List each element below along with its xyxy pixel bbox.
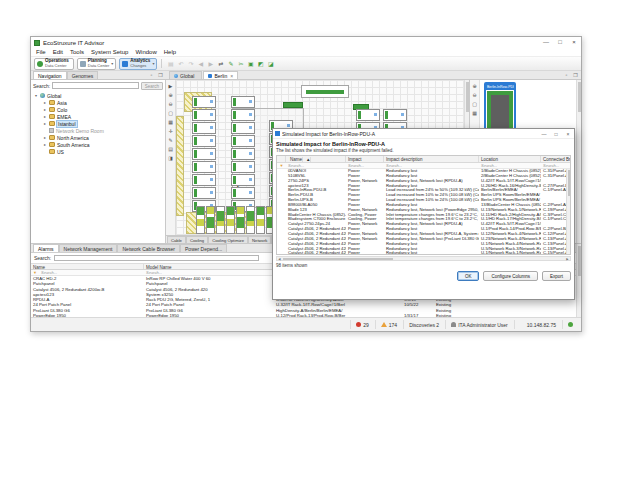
editor-tab[interactable]: Global — [169, 71, 202, 79]
rack[interactable] — [206, 206, 215, 234]
rack[interactable] — [192, 174, 216, 186]
scrollbar-thumb[interactable] — [283, 258, 393, 260]
split-view-icon[interactable]: ◨ — [167, 154, 175, 162]
filter-funnel-icon[interactable]: ▼ — [31, 270, 39, 275]
logged-in-user[interactable]: ITA Administrator User — [445, 320, 508, 329]
scroll-left-icon[interactable]: ◀ — [277, 257, 282, 260]
rack[interactable] — [196, 206, 205, 234]
configure-columns-button[interactable]: Configure Columns — [483, 271, 538, 281]
search-button[interactable]: Search — [141, 82, 163, 90]
rack[interactable] — [231, 174, 255, 186]
tree-item[interactable]: ▸ South America — [31, 141, 165, 148]
grid-icon[interactable]: ▦ — [471, 109, 479, 117]
ok-button[interactable]: OK — [457, 271, 480, 281]
save-icon[interactable]: ▤ — [166, 59, 175, 69]
edit-icon[interactable]: ✎ — [226, 59, 235, 69]
column-header-name[interactable]: Name▲ — [286, 156, 346, 162]
filter-input[interactable]: Search... — [541, 163, 570, 168]
rack[interactable] — [356, 109, 380, 121]
tree-expander-icon[interactable]: ▸ — [42, 114, 48, 119]
rack[interactable] — [192, 148, 216, 160]
rack[interactable] — [192, 135, 216, 147]
back-icon[interactable]: ◀ — [196, 59, 205, 69]
left-panel-tab[interactable]: Genomes — [67, 71, 99, 79]
rack[interactable] — [231, 122, 255, 134]
tree-expander-icon[interactable]: ▸ — [42, 107, 48, 112]
rack[interactable] — [383, 109, 407, 121]
add-device-icon[interactable]: ◩ — [256, 59, 265, 69]
filter-input[interactable]: Search... — [384, 163, 479, 168]
column-header-breaker[interactable]: Connected Breaker — [541, 156, 570, 162]
bottom-panel-tab[interactable]: Network Management — [59, 244, 118, 252]
rack[interactable] — [226, 206, 235, 234]
mode-button[interactable]: OperationsData Center — [34, 58, 74, 70]
warning-alarms-badge[interactable]: 174 — [375, 320, 397, 329]
rack[interactable] — [236, 206, 245, 234]
copy-icon[interactable]: ▣ — [246, 59, 255, 69]
connection-status-dot[interactable] — [562, 320, 575, 329]
zoom-in-icon[interactable]: ⊕ — [471, 82, 479, 90]
tree-item[interactable]: ▸ North America — [31, 134, 165, 141]
rack[interactable] — [231, 187, 255, 199]
menu-item[interactable]: Window — [135, 49, 156, 55]
cut-icon[interactable]: ✂ — [236, 59, 245, 69]
minimize-button[interactable]: — — [539, 37, 553, 48]
rack[interactable] — [192, 161, 216, 173]
dialog-maximize-button[interactable]: □ — [550, 129, 562, 139]
rack[interactable] — [216, 206, 225, 234]
tree-item[interactable]: Network Demo Room — [31, 127, 165, 134]
layers-icon[interactable]: ▤ — [167, 145, 175, 153]
maximize-button[interactable]: □ — [553, 37, 567, 48]
menu-item[interactable]: Help — [164, 49, 176, 55]
zoom-out-icon[interactable]: ⊖ — [167, 100, 175, 108]
impact-table-horizontal-scrollbar[interactable]: ◀ ▶ — [276, 256, 571, 261]
bottom-search-input[interactable] — [54, 255, 259, 261]
redo-icon[interactable]: ↷ — [186, 59, 195, 69]
tree-item[interactable]: ▸ Istanbul — [31, 120, 165, 127]
minimize-pane-icon[interactable]: ▫ — [148, 72, 155, 79]
grid-icon[interactable]: ▦ — [167, 118, 175, 126]
bottom-panel-tab[interactable]: Alarms — [33, 244, 59, 252]
rack[interactable] — [231, 161, 255, 173]
tree-item[interactable]: ▸ Asia — [31, 99, 165, 106]
rack[interactable] — [231, 148, 255, 160]
dialog-close-button[interactable]: × — [562, 129, 574, 139]
tree-expander-icon[interactable]: ▸ — [42, 121, 48, 126]
filter-input[interactable]: Search... — [479, 163, 541, 168]
column-header-impact[interactable]: Impact — [346, 156, 384, 162]
close-button[interactable]: × — [567, 37, 581, 48]
rack[interactable] — [231, 96, 255, 108]
rack[interactable] — [256, 206, 265, 234]
filter-input[interactable]: Search... — [144, 270, 274, 275]
tab-close-icon[interactable]: × — [230, 72, 233, 80]
filter-funnel-icon[interactable]: ▼ — [277, 163, 286, 168]
restore-editor-icon[interactable]: ❐ — [572, 72, 579, 79]
tree-expander-icon[interactable]: ▾ — [33, 93, 39, 98]
filter-input[interactable]: Search... — [39, 270, 144, 275]
menu-item[interactable]: File — [36, 49, 46, 55]
editor-tab[interactable]: Berlin × — [203, 71, 238, 79]
undo-icon[interactable]: ↶ — [176, 59, 185, 69]
scroll-right-icon[interactable]: ▶ — [565, 257, 570, 260]
menu-item[interactable]: Tools — [70, 49, 84, 55]
chevron-down-icon[interactable]: ▾ — [111, 61, 113, 66]
rack[interactable] — [192, 187, 216, 199]
layer-tab[interactable]: Cooling Optimize — [208, 236, 248, 243]
tree-expander-icon[interactable]: ▸ — [42, 135, 48, 140]
select-tool-icon[interactable]: ▶ — [167, 82, 175, 90]
column-header-location[interactable]: Location — [479, 156, 541, 162]
table-row[interactable]: Catalyst 4506, 2 Redundant 4200w-B Power… — [277, 251, 570, 255]
filter-input[interactable]: Search... — [286, 163, 346, 168]
bottom-panel-scrollbar[interactable] — [576, 244, 581, 317]
menu-item[interactable]: System Setup — [91, 49, 128, 55]
rack[interactable] — [231, 109, 255, 121]
rack[interactable] — [192, 96, 216, 108]
zoom-out-icon[interactable]: ⊖ — [471, 91, 479, 99]
column-header-model[interactable]: Model Name — [144, 264, 274, 269]
pan-tool-icon[interactable]: ✛ — [167, 127, 175, 135]
server-address[interactable]: 10.148.82.75 — [514, 320, 556, 329]
bottom-panel-tab[interactable]: Network Cable Browser — [117, 244, 180, 252]
layer-tab[interactable]: Network — [248, 236, 271, 243]
layer-tab[interactable]: Cooling — [186, 236, 208, 243]
tree-expander-icon[interactable]: ▸ — [42, 100, 48, 105]
